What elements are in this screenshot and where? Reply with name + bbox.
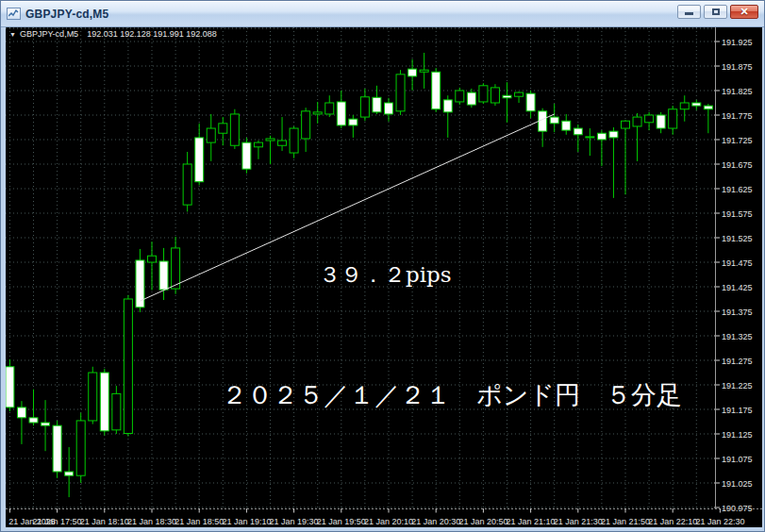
chevron-down-icon: ▼ (9, 31, 16, 38)
candle-body (420, 70, 428, 72)
candle-body (65, 472, 74, 475)
time-axis-label[interactable]: 21 Jan 22:30 (695, 517, 744, 526)
time-axis-label[interactable]: 21 Jan 20:50 (458, 517, 507, 526)
candle-body (515, 92, 524, 96)
price-axis-label[interactable]: 190.975 (722, 504, 753, 513)
candle-body (254, 142, 262, 147)
price-axis-label[interactable]: 191.425 (722, 283, 753, 292)
price-axis-label[interactable]: 191.775 (722, 111, 753, 121)
chart-window: GBPJPY-cd,M5 ✕ 191.925191.875191.825191.… (0, 0, 765, 532)
price-axis-label[interactable]: 191.175 (722, 406, 753, 415)
pips-annotation: ３９．２pips (319, 260, 452, 290)
candle-body (124, 299, 132, 433)
candle-body (692, 103, 701, 106)
candle-body (443, 100, 452, 112)
restore-icon (712, 8, 720, 15)
time-axis-label[interactable]: 21 Jan 19:30 (270, 517, 319, 526)
candle-body (112, 393, 121, 429)
time-axis-label[interactable]: 21 Jan 21:10 (507, 517, 556, 526)
candle-body (360, 97, 369, 117)
candle-body (633, 117, 641, 126)
time-axis-label[interactable]: 21 Jan 18:30 (127, 517, 176, 526)
candle-body (349, 119, 358, 125)
candle-body (242, 142, 251, 169)
candle-body (586, 137, 594, 138)
chart-window-icon[interactable] (7, 8, 21, 20)
candle-body (172, 248, 180, 289)
time-axis-label[interactable]: 21 Jan 18:50 (175, 517, 224, 526)
time-axis-label[interactable]: 21 Jan 21:30 (554, 517, 603, 526)
price-axis-label[interactable]: 191.125 (722, 430, 753, 440)
candle-body (385, 103, 393, 114)
price-axis-label[interactable]: 191.525 (722, 234, 753, 243)
candle-body (195, 138, 204, 182)
minimize-icon (685, 12, 693, 15)
candle-body (408, 69, 417, 76)
time-axis-label[interactable]: 21 Jan 19:50 (317, 517, 366, 526)
time-axis-label[interactable]: 21 Jan 19:10 (222, 517, 271, 526)
date-caption-annotation: ２０２５／１／２１ ポンド円 ５分足 (222, 378, 682, 412)
time-axis-label[interactable]: 21 Jan 22:10 (648, 517, 697, 526)
candle-body (183, 164, 191, 205)
price-axis-label[interactable]: 191.475 (722, 258, 753, 268)
candle-body (550, 117, 558, 124)
price-axis-label[interactable]: 191.675 (722, 160, 753, 170)
chart-plot-area[interactable]: 191.925191.875191.825191.775191.725191.6… (6, 27, 762, 527)
chart-ohlc-values: 192.031 192.128 191.991 192.088 (87, 29, 217, 39)
restore-button[interactable] (704, 5, 727, 19)
price-axis-label[interactable]: 191.075 (722, 455, 753, 464)
candle-body (503, 95, 511, 98)
title-bar[interactable]: GBPJPY-cd,M5 ✕ (1, 1, 764, 27)
price-axis-label[interactable]: 191.625 (722, 185, 753, 194)
candle-body (704, 106, 712, 109)
candle-body (100, 373, 108, 431)
candle-body (657, 115, 665, 128)
time-axis-label[interactable]: 21 Jan 17:50 (33, 517, 82, 526)
candle-body (337, 102, 345, 125)
time-axis-label[interactable]: 21 Jan 20:10 (364, 517, 413, 526)
price-axis-label[interactable]: 191.875 (722, 62, 753, 72)
candle-body (313, 112, 322, 114)
price-axis-label[interactable]: 191.275 (722, 357, 753, 366)
price-axis-label[interactable]: 191.575 (722, 209, 753, 219)
price-axis-label[interactable]: 191.825 (722, 87, 753, 96)
candle-body (396, 75, 405, 111)
candle-body (76, 421, 85, 475)
price-axis-label[interactable]: 191.375 (722, 308, 753, 317)
candle-body (219, 124, 227, 133)
candle-body (42, 423, 50, 425)
candle-body (574, 128, 582, 135)
candle-body (597, 133, 606, 140)
candle-body (159, 261, 168, 290)
candle-body (230, 114, 239, 145)
candle-body (669, 109, 677, 128)
candle-body (290, 128, 298, 153)
candle-body (456, 91, 464, 102)
price-axis-label[interactable]: 191.725 (722, 136, 753, 145)
close-button[interactable]: ✕ (730, 5, 758, 19)
time-axis-label[interactable]: 21 Jan 18:10 (80, 517, 129, 526)
minimize-button[interactable] (677, 5, 701, 19)
candle-body (148, 256, 157, 262)
candle-body (491, 88, 499, 103)
price-axis-label[interactable]: 191.925 (722, 38, 753, 47)
candle-body (266, 139, 274, 141)
candle-body (278, 141, 287, 145)
chart-symbol-label: GBPJPY-cd,M5 (20, 29, 78, 39)
candle-body (609, 131, 618, 138)
candle-body (622, 121, 630, 128)
price-axis-label[interactable]: 191.225 (722, 381, 753, 391)
candle-body (467, 92, 475, 105)
close-icon: ✕ (731, 6, 757, 18)
candle-body (6, 367, 14, 407)
time-axis-label[interactable]: 21 Jan 20:30 (411, 517, 460, 526)
price-axis-label[interactable]: 191.025 (722, 479, 753, 489)
time-axis-label[interactable]: 21 Jan 21:50 (601, 517, 650, 526)
price-axis-label[interactable]: 191.325 (722, 332, 753, 341)
candle-body (526, 93, 535, 111)
candle-body (302, 111, 310, 139)
candle-body (29, 418, 38, 423)
candle-body (325, 103, 334, 114)
window-controls: ✕ (677, 5, 758, 19)
candle-body (680, 103, 689, 109)
